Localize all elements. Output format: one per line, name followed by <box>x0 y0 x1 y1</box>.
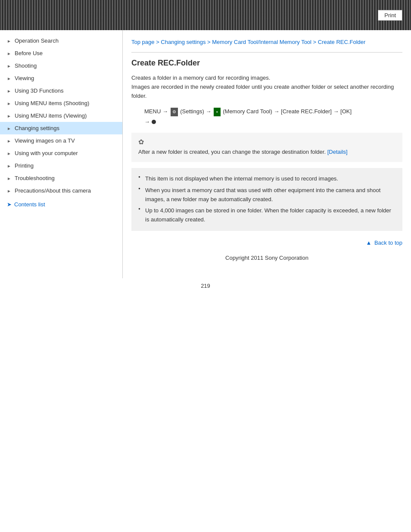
arrow-icon-4: ► <box>7 89 11 93</box>
breadcrumb-create-rec-folder[interactable]: Create REC.Folder <box>318 39 366 45</box>
breadcrumb-sep1: > <box>156 39 161 45</box>
sidebar-label-11: Troubleshooting <box>15 175 55 181</box>
notes-box: This item is not displayed when the inte… <box>131 168 402 231</box>
sidebar: ► Operation Search ► Before Use ► Shooti… <box>0 30 123 278</box>
note-item-1: When you insert a memory card that was u… <box>138 185 395 205</box>
arrow-icon-5: ► <box>7 101 11 106</box>
breadcrumb-sep2: > <box>207 39 212 45</box>
description: Creates a folder in a memory card for re… <box>131 74 402 100</box>
note-item-0: This item is not displayed when the inte… <box>138 173 395 185</box>
sidebar-label-0: Operation Search <box>15 37 59 44</box>
bullet-result <box>152 120 156 124</box>
menu-path-menu: MENU <box>144 108 161 115</box>
arrow-icon-9: ► <box>7 151 11 156</box>
sidebar-item-printing[interactable]: ► Printing <box>0 159 122 172</box>
tip-text-content: After a new folder is created, you can c… <box>138 149 326 155</box>
sidebar-label-3: Viewing <box>15 75 34 81</box>
header-bar: Print <box>0 0 411 30</box>
note-item-2: Up to 4,000 images can be stored in one … <box>138 205 395 226</box>
arrow-icon-7: ► <box>7 126 11 131</box>
settings-icon: ⚙ <box>171 108 178 116</box>
page-title-section: Create REC.Folder <box>131 52 402 68</box>
page-number: 219 <box>0 278 411 293</box>
arrow-icon-12: ► <box>7 189 11 193</box>
description-line2: Images are recorded in the newly created… <box>131 83 402 101</box>
arrow-icon-1: ► <box>7 51 11 56</box>
menu-path: MENU → ⚙ (Settings) → ▪ (Memory Card Too… <box>144 106 402 127</box>
sidebar-label-2: Shooting <box>15 62 37 69</box>
sidebar-item-shooting[interactable]: ► Shooting <box>0 59 122 72</box>
content-area: Top page > Changing settings > Memory Ca… <box>123 30 411 278</box>
arrow-icon-0: ► <box>7 39 11 43</box>
tip-box: ✿ After a new folder is created, you can… <box>131 133 402 162</box>
sidebar-label-12: Precautions/About this camera <box>15 187 91 194</box>
arrow-icon-11: ► <box>7 176 11 180</box>
tip-icon: ✿ <box>138 138 395 146</box>
arrow-icon-6: ► <box>7 114 11 118</box>
breadcrumb: Top page > Changing settings > Memory Ca… <box>131 39 402 45</box>
back-to-top-triangle: ▲ <box>366 240 371 246</box>
ok-option: [OK] <box>340 108 352 115</box>
contents-list-link[interactable]: ➤ Contents list <box>0 197 122 212</box>
memcard-icon: ▪ <box>214 108 221 116</box>
arrow-icon-8: ► <box>7 139 11 143</box>
print-button[interactable]: Print <box>378 10 402 21</box>
create-rec-option: [Create REC.Folder] <box>281 108 332 115</box>
sidebar-label-9: Using with your computer <box>15 150 78 156</box>
breadcrumb-sep3: > <box>313 39 318 45</box>
arrow-icon-10: ► <box>7 164 11 168</box>
sidebar-item-menu-viewing[interactable]: ► Using MENU items (Viewing) <box>0 109 122 122</box>
sidebar-label-5: Using MENU items (Shooting) <box>15 100 89 106</box>
description-line1: Creates a folder in a memory card for re… <box>131 74 402 83</box>
back-to-top-row: ▲ Back to top <box>131 240 402 246</box>
arrow-sep-3: → <box>274 108 281 115</box>
back-to-top-link[interactable]: ▲ Back to top <box>366 240 402 246</box>
sidebar-label-6: Using MENU items (Viewing) <box>15 112 87 119</box>
copyright: Copyright 2011 Sony Corporation <box>131 250 402 270</box>
memcard-label: (Memory Card Tool) <box>223 108 272 115</box>
sidebar-item-computer[interactable]: ► Using with your computer <box>0 147 122 159</box>
sidebar-item-viewing[interactable]: ► Viewing <box>0 72 122 84</box>
settings-label: (Settings) <box>180 108 204 115</box>
sidebar-item-troubleshooting[interactable]: ► Troubleshooting <box>0 172 122 184</box>
sidebar-item-viewing-tv[interactable]: ► Viewing images on a TV <box>0 134 122 147</box>
contents-list-arrow-icon: ➤ <box>7 201 12 208</box>
sidebar-item-3d-functions[interactable]: ► Using 3D Functions <box>0 84 122 97</box>
tip-details-link[interactable]: [Details] <box>327 149 348 155</box>
arrow-icon-3: ► <box>7 76 11 81</box>
breadcrumb-memory-card-tool[interactable]: Memory Card Tool/Internal Memory Tool <box>212 39 311 45</box>
back-to-top-label: Back to top <box>374 240 402 246</box>
sidebar-label-1: Before Use <box>15 50 43 56</box>
page-title: Create REC.Folder <box>131 59 402 68</box>
sidebar-item-changing-settings[interactable]: ► Changing settings <box>0 122 122 134</box>
arrow-sep-4: → <box>333 108 340 115</box>
sidebar-item-operation-search[interactable]: ► Operation Search <box>0 34 122 47</box>
sidebar-label-7: Changing settings <box>15 125 59 131</box>
tip-text: After a new folder is created, you can c… <box>138 149 348 155</box>
sidebar-label-10: Printing <box>15 162 34 169</box>
main-layout: ► Operation Search ► Before Use ► Shooti… <box>0 30 411 278</box>
arrow-sep-5: → <box>144 118 152 125</box>
sidebar-item-before-use[interactable]: ► Before Use <box>0 47 122 59</box>
arrow-sep-1: → <box>162 108 170 115</box>
breadcrumb-top-page[interactable]: Top page <box>131 39 155 45</box>
notes-list: This item is not displayed when the inte… <box>138 173 395 226</box>
arrow-sep-2: → <box>206 108 213 115</box>
sidebar-item-precautions[interactable]: ► Precautions/About this camera <box>0 184 122 197</box>
contents-list-label: Contents list <box>14 201 45 208</box>
sidebar-item-menu-shooting[interactable]: ► Using MENU items (Shooting) <box>0 97 122 109</box>
sidebar-label-4: Using 3D Functions <box>15 87 63 94</box>
breadcrumb-changing-settings[interactable]: Changing settings <box>161 39 206 45</box>
sidebar-label-8: Viewing images on a TV <box>15 137 75 144</box>
arrow-icon-2: ► <box>7 64 11 68</box>
